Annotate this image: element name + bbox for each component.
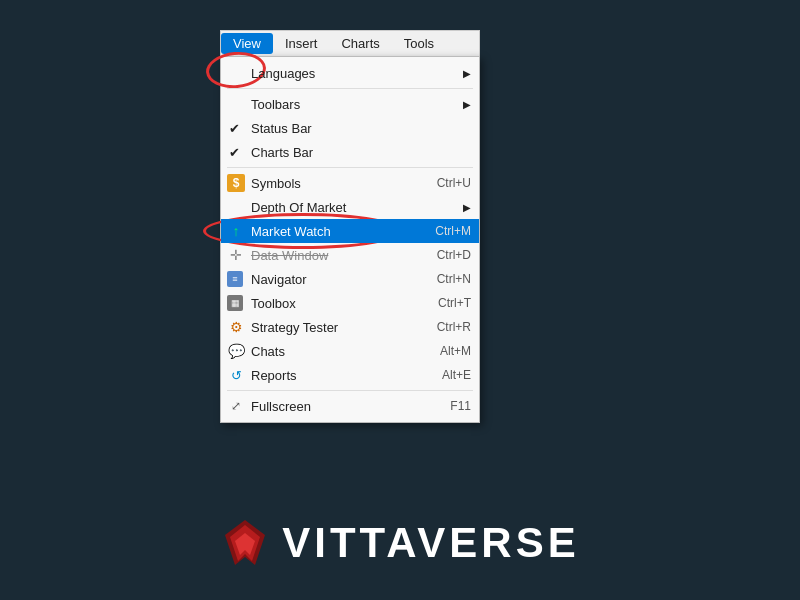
menu-item-toolbars[interactable]: Toolbars ▶ <box>221 92 479 116</box>
menu-item-languages[interactable]: Languages ▶ <box>221 61 479 85</box>
logo-container: VITTAVERSE <box>0 515 800 570</box>
menu-item-reports[interactable]: ↺ Reports Alt+E <box>221 363 479 387</box>
menu-item-fullscreen[interactable]: ⤢ Fullscreen F11 <box>221 394 479 418</box>
symbols-icon: $ <box>227 174 245 192</box>
menu-bar-tools[interactable]: Tools <box>392 33 446 54</box>
check-icon: ✔ <box>229 121 240 136</box>
strategy-tester-icon: ⚙ <box>227 318 245 336</box>
logo-text: VITTAVERSE <box>282 519 579 567</box>
menu-item-data-window[interactable]: ✛ Data Window Ctrl+D <box>221 243 479 267</box>
menu-item-navigator[interactable]: ≡ Navigator Ctrl+N <box>221 267 479 291</box>
separator-3 <box>227 390 473 391</box>
fullscreen-icon: ⤢ <box>227 397 245 415</box>
market-watch-wrapper: ↑ Market Watch Ctrl+M <box>221 219 479 243</box>
reports-icon: ↺ <box>227 366 245 384</box>
separator-2 <box>227 167 473 168</box>
menu-bar: View Insert Charts Tools <box>220 30 480 56</box>
navigator-icon: ≡ <box>227 271 243 287</box>
menu-container: View Insert Charts Tools Languages ▶ Too… <box>220 30 480 423</box>
view-dropdown: Languages ▶ Toolbars ▶ ✔ Status Bar ✔ Ch… <box>220 56 480 423</box>
menu-item-toolbox[interactable]: ▦ Toolbox Ctrl+T <box>221 291 479 315</box>
market-watch-icon: ↑ <box>227 222 245 240</box>
menu-item-depth-of-market[interactable]: Depth Of Market ▶ <box>221 195 479 219</box>
menu-bar-charts[interactable]: Charts <box>329 33 391 54</box>
chats-icon: 💬 <box>227 342 245 360</box>
menu-bar-insert[interactable]: Insert <box>273 33 330 54</box>
menu-item-chartsbar[interactable]: ✔ Charts Bar <box>221 140 479 164</box>
submenu-arrow-icon: ▶ <box>463 68 471 79</box>
menu-item-symbols[interactable]: $ Symbols Ctrl+U <box>221 171 479 195</box>
vittaverse-logo-icon <box>220 515 270 570</box>
menu-bar-view[interactable]: View <box>221 33 273 54</box>
menu-item-chats[interactable]: 💬 Chats Alt+M <box>221 339 479 363</box>
data-window-icon: ✛ <box>227 246 245 264</box>
submenu-arrow-icon-2: ▶ <box>463 99 471 110</box>
separator-1 <box>227 88 473 89</box>
submenu-arrow-icon-3: ▶ <box>463 202 471 213</box>
menu-item-market-watch[interactable]: ↑ Market Watch Ctrl+M <box>221 219 479 243</box>
menu-item-statusbar[interactable]: ✔ Status Bar <box>221 116 479 140</box>
toolbox-icon: ▦ <box>227 295 243 311</box>
menu-item-strategy-tester[interactable]: ⚙ Strategy Tester Ctrl+R <box>221 315 479 339</box>
check-icon-2: ✔ <box>229 145 240 160</box>
